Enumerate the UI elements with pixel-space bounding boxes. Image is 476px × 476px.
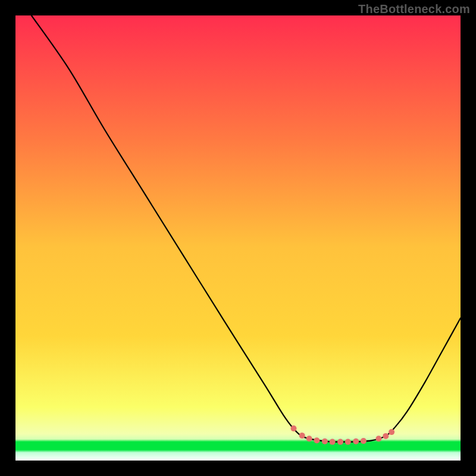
- dot: [322, 439, 328, 444]
- dot: [306, 436, 312, 441]
- dot: [337, 439, 343, 445]
- dot: [383, 433, 389, 439]
- dot: [389, 429, 394, 435]
- watermark-label: TheBottleneck.com: [358, 2, 470, 16]
- dot: [345, 439, 351, 445]
- dot: [314, 437, 320, 443]
- dot: [330, 439, 336, 445]
- chart-frame: [15, 15, 461, 461]
- gradient-bg: [15, 15, 461, 461]
- dot: [353, 439, 359, 444]
- dot: [291, 425, 297, 431]
- dot: [361, 438, 367, 444]
- dot: [299, 433, 305, 439]
- dot: [375, 436, 381, 441]
- bottleneck-chart: [15, 15, 461, 461]
